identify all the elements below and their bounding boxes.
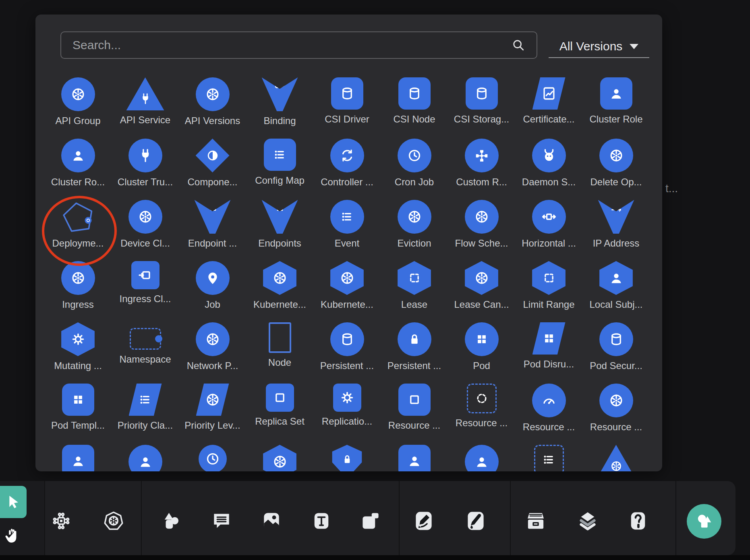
library-item[interactable]: [112, 445, 179, 471]
tool-kubernetes-library[interactable]: [101, 504, 126, 538]
library-item-deployme[interactable]: Deployme...: [44, 200, 112, 261]
lock-icon: [398, 322, 431, 356]
library-item-kubernete[interactable]: Kubernete...: [313, 261, 381, 322]
wheel-icon: [262, 261, 298, 295]
library-item-mutating[interactable]: Mutating ...: [44, 322, 112, 384]
library-item[interactable]: [381, 445, 448, 471]
library-item-pod-templ[interactable]: Pod Templ...: [44, 384, 112, 445]
boxd-icon: [531, 261, 567, 295]
tool-archive[interactable]: [523, 504, 549, 538]
library-item-delete-op[interactable]: Delete Op...: [582, 139, 650, 200]
library-item-network-p[interactable]: Network P...: [179, 322, 246, 384]
library-item-pod-secur[interactable]: Pod Secur...: [582, 322, 650, 384]
library-item-kubernete[interactable]: Kubernete...: [246, 261, 313, 322]
library-item-node[interactable]: Node: [246, 322, 313, 384]
library-item-resource[interactable]: Resource ...: [515, 384, 582, 445]
tool-image[interactable]: [259, 504, 284, 538]
puzzle-icon: [465, 139, 499, 172]
library-item-label: Job: [205, 299, 220, 310]
library-item-csi-node[interactable]: CSI Node: [381, 77, 448, 139]
library-item-endpoints[interactable]: Endpoints: [246, 200, 313, 261]
db-icon: [398, 77, 431, 110]
pod-icon: [465, 322, 499, 356]
library-item-cluster-role[interactable]: Cluster Role: [582, 77, 650, 139]
library-item-lease[interactable]: Lease: [381, 261, 448, 322]
library-item-label: Pod: [473, 360, 490, 371]
library-item-cluster-ro[interactable]: Cluster Ro...: [44, 139, 112, 200]
library-item-csi-driver[interactable]: CSI Driver: [313, 77, 381, 139]
pentagon-icon: [61, 200, 95, 234]
library-item-resource[interactable]: Resource ...: [448, 384, 515, 445]
kubernetes-library-icon: [102, 510, 125, 532]
library-item-api-service[interactable]: API Service: [112, 77, 179, 139]
tool-layers[interactable]: [575, 504, 601, 538]
library-item[interactable]: [44, 445, 112, 471]
library-item[interactable]: [582, 445, 650, 471]
library-item-priority-cla[interactable]: Priority Cla...: [112, 384, 179, 445]
library-item[interactable]: [515, 445, 582, 471]
library-item-label: Network P...: [187, 360, 238, 371]
library-item[interactable]: [179, 445, 246, 471]
library-item-api-versions[interactable]: API Versions: [179, 77, 246, 139]
library-item-endpoint[interactable]: Endpoint ...: [179, 200, 246, 261]
tool-shapes-logo[interactable]: [687, 504, 721, 539]
library-item-replicatio[interactable]: Replicatio...: [313, 384, 381, 445]
library-item[interactable]: [448, 445, 515, 471]
library-item-local-subj[interactable]: Local Subj...: [582, 261, 650, 322]
library-item-api-group[interactable]: API Group: [44, 77, 112, 139]
library-item-config-map[interactable]: Config Map: [246, 139, 313, 200]
archive-icon: [524, 510, 547, 532]
tool-help[interactable]: [625, 504, 651, 538]
tool-note[interactable]: [358, 504, 383, 538]
library-item-label: Event: [335, 238, 359, 249]
library-item-persistent[interactable]: Persistent ...: [313, 322, 381, 384]
version-filter-dropdown[interactable]: All Versions: [549, 35, 649, 58]
library-item-horizontal[interactable]: Horizontal ...: [515, 200, 582, 261]
library-item-priority-lev[interactable]: Priority Lev...: [179, 384, 246, 445]
library-item-binding[interactable]: Binding: [246, 77, 313, 139]
ns-icon: [130, 328, 161, 350]
library-item-job[interactable]: Job: [179, 261, 246, 322]
library-item-cluster-tru[interactable]: Cluster Tru...: [112, 139, 179, 200]
library-item-ip-address[interactable]: IP Address: [582, 200, 650, 261]
library-item-namespace[interactable]: Namespace: [112, 322, 179, 384]
library-item[interactable]: [313, 445, 381, 471]
tool-pencil[interactable]: [463, 504, 489, 538]
library-item-label: Replica Set: [255, 416, 305, 427]
library-item[interactable]: [246, 445, 313, 471]
library-item-pod-disru[interactable]: Pod Disru...: [515, 322, 582, 384]
library-item-cron-job[interactable]: Cron Job: [381, 139, 448, 200]
library-item-lease-can[interactable]: Lease Can...: [448, 261, 515, 322]
pin-icon: [196, 261, 230, 295]
library-item-flow-sche[interactable]: Flow Sche...: [448, 200, 515, 261]
library-item-device-cl[interactable]: Device Cl...: [112, 200, 179, 261]
library-item-csi-storag[interactable]: CSI Storag...: [448, 77, 515, 139]
tool-pen[interactable]: [411, 504, 437, 538]
library-item-ingress-cl[interactable]: Ingress Cl...: [112, 261, 179, 322]
library-item-pod[interactable]: Pod: [448, 322, 515, 384]
tool-shapes[interactable]: [159, 504, 184, 538]
tool-comment[interactable]: [209, 504, 234, 538]
library-item-label: Config Map: [255, 175, 305, 186]
boxin-icon: [131, 261, 160, 289]
library-item-certificate[interactable]: Certificate...: [515, 77, 582, 139]
library-item-label: Delete Op...: [590, 176, 642, 188]
library-item-compone[interactable]: Compone...: [179, 139, 246, 200]
library-item-replica-set[interactable]: Replica Set: [246, 384, 313, 445]
tool-hand[interactable]: [3, 523, 23, 547]
library-item-controller[interactable]: Controller ...: [313, 139, 381, 200]
tool-text[interactable]: [309, 504, 334, 538]
library-item-event[interactable]: Event: [313, 200, 381, 261]
library-item-custom-r[interactable]: Custom R...: [448, 139, 515, 200]
library-item-resource[interactable]: Resource ...: [582, 384, 650, 445]
library-item-limit-range[interactable]: Limit Range: [515, 261, 582, 322]
search-input[interactable]: [61, 38, 511, 52]
library-item-daemon-s[interactable]: Daemon S...: [515, 139, 582, 200]
library-item-ingress[interactable]: Ingress: [44, 261, 112, 322]
note-icon: [359, 510, 382, 532]
tool-select-active[interactable]: [0, 486, 27, 518]
tool-graph-view[interactable]: [48, 504, 74, 538]
library-item-resource[interactable]: Resource ...: [381, 384, 448, 445]
library-item-eviction[interactable]: Eviction: [381, 200, 448, 261]
library-item-persistent[interactable]: Persistent ...: [381, 322, 448, 384]
